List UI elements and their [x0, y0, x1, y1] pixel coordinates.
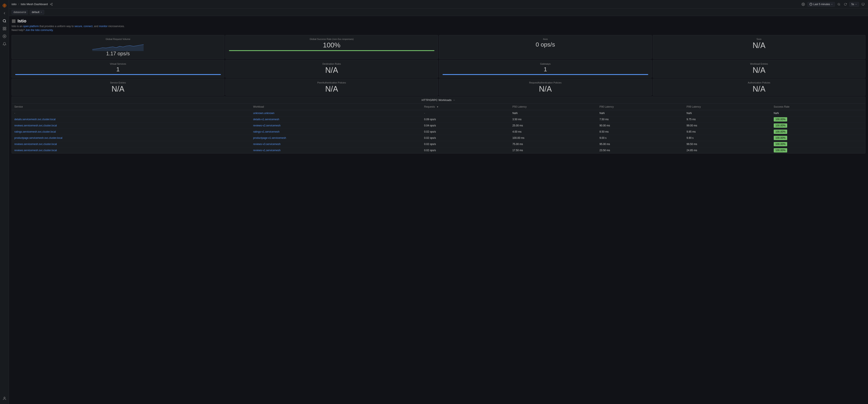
- workload-link-3[interactable]: ratings-v1.servicemesh: [253, 130, 279, 133]
- col-header-p90[interactable]: P90 Latency: [597, 104, 684, 110]
- sort-icon-requests: ▼: [437, 106, 439, 108]
- stat-value-pa: N/A: [325, 85, 338, 93]
- cell-requests-2: 0.04 ops/s: [422, 123, 510, 129]
- gw-bar-container: [442, 74, 648, 75]
- zoom-out-button[interactable]: [837, 2, 841, 7]
- svg-rect-16: [862, 3, 864, 5]
- stat-gateways: Gateways 1: [439, 60, 652, 78]
- sidebar-alerting-icon[interactable]: [1, 41, 7, 47]
- cell-service-0: -: [12, 110, 251, 116]
- col-header-requests[interactable]: Requests ▼: [422, 104, 510, 110]
- stat-label-we: Workload Entries: [750, 63, 768, 65]
- stat-authz-policies: Authorization Policies N/A: [653, 78, 866, 96]
- cell-service-3: ratings.servicemesh.svc.cluster.local: [12, 129, 251, 135]
- cell-success-1: 100.00%: [771, 116, 865, 123]
- default-filter-select[interactable]: default: [30, 10, 44, 14]
- stat-global-success-rate: Global Success Rate (non-5xx responses) …: [225, 35, 438, 59]
- secure-link[interactable]: secure: [74, 25, 82, 28]
- svg-marker-20: [92, 45, 144, 51]
- workload-link-6[interactable]: reviews-v1.servicemesh: [253, 149, 280, 152]
- col-header-p99[interactable]: P99 Latency: [684, 104, 771, 110]
- stat-label-vs: Virtual Services: [110, 63, 126, 65]
- service-link-1[interactable]: details.servicemesh.svc.cluster.local: [14, 118, 56, 121]
- share-button[interactable]: [49, 2, 54, 7]
- nav-istio-link[interactable]: istio: [11, 3, 17, 6]
- svg-point-11: [803, 4, 804, 5]
- cell-p99-4: 9.90 s: [684, 135, 771, 141]
- stat-workload-entries: Workload Entries N/A: [653, 60, 866, 78]
- service-link-6[interactable]: reviews.servicemesh.svc.cluster.local: [14, 149, 57, 152]
- stat-value-1: 100%: [323, 42, 340, 48]
- stat-value-we: N/A: [752, 66, 765, 74]
- time-range-picker[interactable]: Last 5 minutes: [807, 2, 835, 7]
- svg-rect-5: [5, 29, 6, 30]
- cell-service-5: reviews.servicemesh.svc.cluster.local: [12, 141, 251, 147]
- service-link-3[interactable]: ratings.servicemesh.svc.cluster.local: [14, 130, 56, 133]
- workloads-header[interactable]: HTTP/GRPC Workloads: [12, 97, 865, 104]
- sidebar: [0, 0, 9, 404]
- workloads-table: Service Workload Requests ▼ P50 Latency: [12, 104, 865, 153]
- cell-p50-5: 75.00 ms: [510, 141, 597, 147]
- topbar: istio / Istio Mesh Dashboard: [9, 0, 868, 8]
- service-link-4[interactable]: productpage.servicemesh.svc.cluster.loca…: [14, 136, 62, 139]
- sidebar-collapse-icon[interactable]: [1, 10, 7, 16]
- refresh-interval-picker[interactable]: 5s: [849, 2, 859, 7]
- success-rate-bar-container: [229, 50, 435, 51]
- cell-requests-1: 0.09 ops/s: [422, 116, 510, 123]
- table-header-row: Service Workload Requests ▼ P50 Latency: [12, 104, 865, 110]
- success-badge-3: 100.00%: [774, 130, 787, 134]
- stat-label-pa: PeerAuthentication Policies: [317, 81, 346, 84]
- workload-link-5[interactable]: reviews-v3.servicemesh: [253, 143, 280, 146]
- workload-link-2[interactable]: reviews-v2.servicemesh: [253, 124, 280, 127]
- topbar-breadcrumb: istio / Istio Mesh Dashboard: [11, 2, 54, 7]
- cell-service-1: details.servicemesh.svc.cluster.local: [12, 116, 251, 123]
- vs-bar: [15, 74, 221, 75]
- sidebar-search-icon[interactable]: [1, 18, 7, 24]
- stat-peer-auth: PeerAuthentication Policies N/A: [225, 78, 438, 96]
- open-platform-link[interactable]: open platform: [23, 25, 39, 28]
- monitor-link[interactable]: monitor: [99, 25, 107, 28]
- col-header-success[interactable]: Success Rate: [771, 104, 865, 110]
- sidebar-explore-icon[interactable]: [1, 33, 7, 39]
- col-header-service[interactable]: Service: [12, 104, 251, 110]
- stat-label-3: 5xxs: [756, 38, 762, 40]
- stats-row-3: Service Entries N/A PeerAuthentication P…: [11, 78, 865, 96]
- col-header-workload[interactable]: Workload: [251, 104, 422, 110]
- workload-link-4[interactable]: productpage-v1.servicemesh: [253, 136, 286, 139]
- service-link-2[interactable]: reviews.servicemesh.svc.cluster.local: [14, 124, 57, 127]
- cell-p50-1: 3.50 ms: [510, 116, 597, 123]
- sidebar-dashboards-icon[interactable]: [1, 26, 7, 32]
- cell-service-6: reviews.servicemesh.svc.cluster.local: [12, 147, 251, 154]
- stat-label-se: Service Entries: [110, 81, 126, 84]
- svg-line-14: [840, 5, 840, 5]
- refresh-label: 5s: [851, 3, 854, 6]
- cell-workload-5: reviews-v3.servicemesh: [251, 141, 422, 147]
- settings-button[interactable]: [801, 2, 806, 7]
- stat-label-dr: Destination Rules: [322, 63, 341, 65]
- community-link[interactable]: Join the Istio community.: [26, 29, 54, 32]
- tv-mode-button[interactable]: [861, 2, 865, 7]
- sidebar-user-icon[interactable]: [1, 396, 7, 401]
- stat-service-entries: Service Entries N/A: [11, 78, 224, 96]
- col-header-p50[interactable]: P50 Latency: [510, 104, 597, 110]
- workload-link-0[interactable]: unknown.unknown: [253, 112, 274, 115]
- sidebar-logo[interactable]: [1, 3, 7, 8]
- vs-bar-container: [15, 74, 221, 75]
- cell-service-4: productpage.servicemesh.svc.cluster.loca…: [12, 135, 251, 141]
- success-badge-6: 100.00%: [774, 148, 787, 153]
- nav-separator: /: [18, 3, 19, 6]
- stat-label-1: Global Success Rate (non-5xx responses): [310, 38, 353, 40]
- cell-requests-4: 0.02 ops/s: [422, 135, 510, 141]
- svg-point-6: [3, 35, 6, 38]
- istio-logo-icon: [11, 19, 16, 23]
- svg-point-8: [52, 3, 53, 4]
- istio-header: Istio Istio is an open platform that pro…: [11, 19, 865, 32]
- cell-p50-2: 25.00 ms: [510, 123, 597, 129]
- connect-link[interactable]: connect: [84, 25, 93, 28]
- time-label: Last 5 minutes: [813, 3, 830, 6]
- workload-link-1[interactable]: details-v1.servicemesh: [253, 118, 279, 121]
- stat-virtual-services: Virtual Services 1: [11, 60, 224, 78]
- refresh-button[interactable]: [843, 2, 848, 7]
- service-link-5[interactable]: reviews.servicemesh.svc.cluster.local: [14, 143, 57, 146]
- cell-p99-1: 9.75 ms: [684, 116, 771, 123]
